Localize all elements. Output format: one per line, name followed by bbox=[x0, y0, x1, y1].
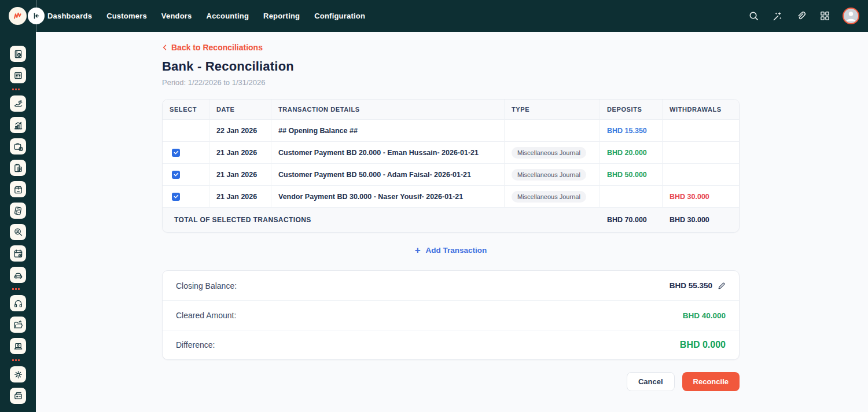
journal-type-badge: Miscellaneous Journal bbox=[512, 169, 586, 181]
magic-wand-icon[interactable] bbox=[771, 10, 783, 22]
app-sidebar bbox=[0, 32, 36, 412]
apps-grid-icon[interactable] bbox=[819, 10, 830, 22]
edit-closing-balance-button[interactable] bbox=[718, 282, 726, 290]
menu-item-reporting[interactable]: Reporting bbox=[263, 12, 300, 20]
add-transaction-label: Add Transaction bbox=[426, 246, 487, 255]
sidebar-icon-gear[interactable] bbox=[10, 366, 26, 382]
row-checkbox[interactable] bbox=[172, 149, 180, 157]
withdrawal-cell bbox=[663, 142, 739, 163]
sidebar-icon-laptop[interactable] bbox=[10, 338, 26, 354]
sidebar-icon-tilted-calculator[interactable] bbox=[10, 203, 26, 219]
back-link-label: Back to Reconciliations bbox=[171, 43, 263, 52]
sidebar-icon-candidate-search[interactable] bbox=[10, 224, 26, 240]
table-row: 21 Jan 2026 Customer Payment BD 50.000 -… bbox=[163, 164, 739, 186]
cancel-button[interactable]: Cancel bbox=[627, 372, 675, 391]
sidebar-icon-headset[interactable] bbox=[10, 295, 26, 311]
main-menu: DashboardsCustomersVendorsAccountingRepo… bbox=[47, 0, 365, 32]
total-label: TOTAL OF SELECTED TRANSACTIONS bbox=[163, 208, 600, 232]
sidebar-icon-calculator-pad[interactable] bbox=[10, 67, 26, 83]
details-cell: ## Opening Balance ## bbox=[271, 120, 505, 141]
summary-row: Closing Balance: BHD 55.350 bbox=[163, 271, 739, 300]
sidebar-icon-calendar-check[interactable] bbox=[10, 245, 26, 262]
period-subtitle: Period: 1/22/2026 to 1/31/2026 bbox=[162, 78, 740, 87]
table-row: 21 Jan 2026 Vendor Payment BD 30.000 - N… bbox=[163, 186, 739, 208]
sidebar-icon-hand-dove[interactable] bbox=[10, 95, 26, 112]
summary-value: BHD 0.000 bbox=[680, 340, 726, 350]
top-navbar: DashboardsCustomersVendorsAccountingRepo… bbox=[0, 0, 868, 32]
select-cell bbox=[163, 142, 209, 163]
deposit-cell: BHD 20.000 bbox=[600, 142, 663, 163]
row-checkbox[interactable] bbox=[172, 171, 180, 179]
plus-icon: + bbox=[415, 245, 421, 255]
check-icon bbox=[174, 172, 179, 177]
withdrawal-cell bbox=[663, 164, 739, 185]
menu-item-vendors[interactable]: Vendors bbox=[161, 12, 192, 20]
attachment-icon[interactable] bbox=[795, 10, 807, 22]
table-header-row: SELECT DATE TRANSACTION DETAILS TYPE DEP… bbox=[163, 100, 739, 120]
sidebar-collapse-button[interactable] bbox=[28, 8, 45, 24]
deposit-cell: BHD 50.000 bbox=[600, 164, 663, 185]
logo-mark-icon bbox=[12, 10, 23, 21]
date-cell: 21 Jan 2026 bbox=[209, 142, 271, 163]
details-cell: Customer Payment BD 50.000 - Adam Faisal… bbox=[271, 164, 505, 185]
summary-row: Difference: BHD 0.000 bbox=[163, 330, 739, 359]
main-content: Back to Reconciliations Bank - Reconcili… bbox=[162, 32, 740, 391]
app-window: DashboardsCustomersVendorsAccountingRepo… bbox=[0, 0, 868, 412]
back-link[interactable]: Back to Reconciliations bbox=[162, 43, 263, 52]
sidebar-icon-journal-clock[interactable] bbox=[10, 46, 26, 62]
date-cell: 21 Jan 2026 bbox=[209, 186, 271, 207]
sidebar-icon-car[interactable] bbox=[10, 267, 26, 283]
summary-label: Difference: bbox=[176, 340, 215, 350]
summary-card: Closing Balance: BHD 55.350 Cleared Amou… bbox=[162, 270, 740, 360]
menu-item-customers[interactable]: Customers bbox=[106, 12, 147, 20]
select-cell bbox=[163, 186, 209, 207]
sidebar-icon-package-box[interactable] bbox=[10, 181, 26, 197]
table-total-row: TOTAL OF SELECTED TRANSACTIONS BHD 70.00… bbox=[163, 208, 739, 232]
table-row: 22 Jan 2026 ## Opening Balance ## BHD 15… bbox=[163, 120, 739, 142]
summary-label: Closing Balance: bbox=[176, 281, 237, 290]
table-body: 22 Jan 2026 ## Opening Balance ## BHD 15… bbox=[163, 120, 739, 208]
sidebar-section-divider bbox=[12, 89, 20, 90]
journal-type-badge: Miscellaneous Journal bbox=[512, 147, 586, 159]
date-cell: 21 Jan 2026 bbox=[209, 164, 271, 185]
total-withdrawals: BHD 30.000 bbox=[663, 208, 739, 232]
column-header-select: SELECT bbox=[163, 100, 209, 119]
summary-value: BHD 55.350 bbox=[670, 281, 726, 290]
transactions-table: SELECT DATE TRANSACTION DETAILS TYPE DEP… bbox=[162, 99, 740, 233]
deposit-cell: BHD 15.350 bbox=[600, 120, 663, 141]
sidebar-icon-clipboard-calculator[interactable] bbox=[10, 160, 26, 176]
reconcile-button[interactable]: Reconcile bbox=[682, 372, 740, 391]
pencil-icon bbox=[718, 282, 726, 290]
details-cell: Vendor Payment BD 30.000 - Naser Yousif-… bbox=[271, 186, 505, 207]
sidebar-section-divider bbox=[12, 359, 20, 361]
date-cell: 22 Jan 2026 bbox=[209, 120, 271, 141]
user-avatar[interactable] bbox=[843, 8, 859, 24]
menu-item-dashboards[interactable]: Dashboards bbox=[47, 12, 92, 20]
type-cell: Miscellaneous Journal bbox=[505, 142, 600, 163]
column-header-deposits: DEPOSITS bbox=[600, 100, 663, 119]
select-cell bbox=[163, 164, 209, 185]
person-icon bbox=[844, 8, 858, 23]
summary-label: Cleared Amount: bbox=[176, 311, 236, 320]
row-checkbox[interactable] bbox=[172, 193, 180, 201]
search-icon[interactable] bbox=[748, 10, 759, 22]
collapse-left-icon bbox=[31, 11, 41, 21]
app-logo bbox=[9, 7, 27, 25]
menu-item-configuration[interactable]: Configuration bbox=[314, 12, 365, 20]
summary-value: BHD 40.000 bbox=[683, 311, 726, 320]
journal-type-badge: Miscellaneous Journal bbox=[512, 191, 586, 203]
select-cell bbox=[163, 120, 209, 141]
deposit-cell bbox=[600, 186, 663, 207]
menu-item-accounting[interactable]: Accounting bbox=[207, 12, 249, 20]
type-cell: Miscellaneous Journal bbox=[505, 164, 600, 185]
withdrawal-cell: BHD 30.000 bbox=[663, 186, 739, 207]
check-icon bbox=[174, 194, 179, 199]
page-title: Bank - Reconciliation bbox=[162, 59, 740, 74]
sidebar-icon-bag-plus[interactable] bbox=[10, 138, 26, 154]
sidebar-icon-folder-documents[interactable] bbox=[10, 317, 26, 333]
column-header-type: TYPE bbox=[505, 100, 600, 119]
sidebar-icon-card-terminal[interactable] bbox=[10, 388, 26, 404]
sidebar-icon-growth-chart[interactable] bbox=[10, 117, 26, 133]
total-deposits: BHD 70.000 bbox=[600, 208, 663, 232]
add-transaction-button[interactable]: + Add Transaction bbox=[411, 245, 491, 256]
